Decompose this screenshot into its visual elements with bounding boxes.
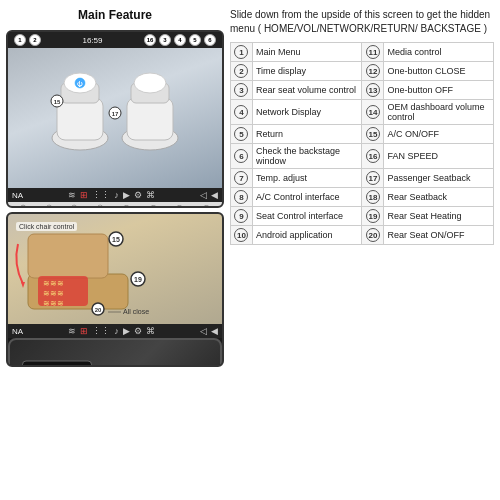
left-num-cell: 4: [231, 100, 253, 125]
svg-text:15: 15: [112, 236, 120, 243]
badge-5: 5: [189, 34, 201, 46]
right-num-badge: 18: [366, 190, 380, 204]
right-label-cell: One-button OFF: [384, 81, 494, 100]
nav-right-icons[interactable]: ◁ ◀: [200, 190, 218, 200]
right-num-badge: 17: [366, 171, 380, 185]
left-label-cell: Rear seat volume control: [252, 81, 362, 100]
left-num-cell: 2: [231, 62, 253, 81]
left-num-cell: 7: [231, 169, 253, 188]
time-display: 16:59: [82, 36, 102, 45]
right-label-cell: Rear Seat Heating: [384, 207, 494, 226]
b-wifi-icon[interactable]: ⌘: [146, 326, 155, 336]
left-num-badge: 10: [234, 228, 248, 242]
nav-icons[interactable]: ≋ ⊞ ⋮⋮ ♪ ▶ ⚙ ⌘: [68, 190, 155, 200]
fan-icon[interactable]: ≋: [68, 190, 76, 200]
device-image: [8, 338, 222, 367]
wifi-icon[interactable]: ⌘: [146, 190, 155, 200]
left-label-cell: Return: [252, 125, 362, 144]
badge-4: 4: [174, 34, 186, 46]
right-label-cell: Passenger Seatback: [384, 169, 494, 188]
left-num-badge: 3: [234, 83, 248, 97]
right-num-cell: 11: [362, 43, 384, 62]
svg-text:17: 17: [112, 111, 119, 117]
num-11: ⑪: [123, 204, 130, 208]
b-music-icon[interactable]: ♪: [114, 326, 119, 336]
left-num-badge: 1: [234, 45, 248, 59]
table-row: 5 Return 15 A/C ON/OFF: [231, 125, 494, 144]
num-12: ⑫: [150, 204, 157, 208]
num-10: ⑩: [97, 204, 103, 208]
left-panel: Main Feature 1 2 16:59 16 3 4 5 6: [6, 6, 224, 494]
bottom-screen-inner: Click chair control ≋≋≋ ≋≋≋ ≋≋≋: [8, 214, 222, 324]
volume-icon[interactable]: ◁: [200, 190, 207, 200]
nav-label: NA: [12, 191, 23, 200]
bottom-screen: Click chair control ≋≋≋ ≋≋≋ ≋≋≋: [6, 212, 224, 367]
main-container: Main Feature 1 2 16:59 16 3 4 5 6: [0, 0, 500, 500]
right-label-cell: Rear Seat ON/OFF: [384, 226, 494, 245]
grid-icon[interactable]: ⊞: [80, 190, 88, 200]
section-title: Main Feature: [6, 6, 224, 26]
table-row: 7 Temp. adjust 17 Passenger Seatback: [231, 169, 494, 188]
right-num-cell: 12: [362, 62, 384, 81]
right-num-cell: 16: [362, 144, 384, 169]
left-label-cell: A/C Control interface: [252, 188, 362, 207]
volume-up-icon[interactable]: ◀: [211, 190, 218, 200]
status-bar: 1 2 16:59 16 3 4 5 6: [8, 32, 222, 48]
seat-svg: ⏻ 15 17: [45, 63, 185, 173]
table-row: 10 Android application 20 Rear Seat ON/O…: [231, 226, 494, 245]
right-num-badge: 11: [366, 45, 380, 59]
right-num-badge: 19: [366, 209, 380, 223]
b-fan-icon[interactable]: ≋: [68, 326, 76, 336]
b-settings-icon[interactable]: ⚙: [134, 326, 142, 336]
left-num-cell: 8: [231, 188, 253, 207]
b-vol-icon[interactable]: ◁: [200, 326, 207, 336]
right-num-cell: 20: [362, 226, 384, 245]
right-num-cell: 14: [362, 100, 384, 125]
right-num-cell: 17: [362, 169, 384, 188]
svg-text:⏻: ⏻: [77, 81, 83, 87]
right-num-cell: 19: [362, 207, 384, 226]
feature-table-wrapper: 1 Main Menu 11 Media control 2 Time disp…: [230, 42, 494, 494]
badge-1: 1: [14, 34, 26, 46]
svg-text:All close: All close: [123, 308, 149, 315]
bottom-nav-icons[interactable]: ≋ ⊞ ⋮⋮ ♪ ▶ ⚙ ⌘: [68, 326, 155, 336]
right-label-cell: A/C ON/OFF: [384, 125, 494, 144]
badge-6: 6: [204, 34, 216, 46]
apps-icon[interactable]: ⋮⋮: [92, 190, 110, 200]
table-row: 9 Seat Control interface 19 Rear Seat He…: [231, 207, 494, 226]
b-apps-icon[interactable]: ⋮⋮: [92, 326, 110, 336]
left-label-cell: Check the backstage window: [252, 144, 362, 169]
settings-icon[interactable]: ⚙: [134, 190, 142, 200]
num-7: ⑦: [20, 204, 26, 208]
b-vol-up-icon[interactable]: ◀: [211, 326, 218, 336]
status-dots: 1 2: [14, 34, 41, 46]
music-icon[interactable]: ♪: [114, 190, 119, 200]
right-num-cell: 15: [362, 125, 384, 144]
table-row: 3 Rear seat volume control 13 One-button…: [231, 81, 494, 100]
right-num-badge: 16: [366, 149, 380, 163]
table-row: 8 A/C Control interface 18 Rear Seatback: [231, 188, 494, 207]
table-row: 4 Network Display 14 OEM dashboard volum…: [231, 100, 494, 125]
bottom-nav-label: NA: [12, 327, 23, 336]
left-label-cell: Time display: [252, 62, 362, 81]
svg-text:≋≋≋: ≋≋≋: [43, 289, 64, 298]
bottom-nav-right[interactable]: ◁ ◀: [200, 326, 218, 336]
svg-rect-7: [127, 98, 173, 140]
left-num-cell: 9: [231, 207, 253, 226]
left-num-cell: 5: [231, 125, 253, 144]
num-13: ⑬: [176, 204, 183, 208]
left-label-cell: Main Menu: [252, 43, 362, 62]
badge-2: 2: [29, 34, 41, 46]
badge-16: 16: [144, 34, 156, 46]
right-label-cell: Rear Seatback: [384, 188, 494, 207]
svg-marker-20: [21, 282, 25, 288]
right-num-cell: 13: [362, 81, 384, 100]
badge-3: 3: [159, 34, 171, 46]
right-label-cell: OEM dashboard volume control: [384, 100, 494, 125]
device-screen: [22, 361, 92, 368]
play-icon[interactable]: ▶: [123, 190, 130, 200]
svg-rect-15: [28, 234, 108, 278]
b-play-icon[interactable]: ▶: [123, 326, 130, 336]
left-num-badge: 7: [234, 171, 248, 185]
b-grid-icon[interactable]: ⊞: [80, 326, 88, 336]
